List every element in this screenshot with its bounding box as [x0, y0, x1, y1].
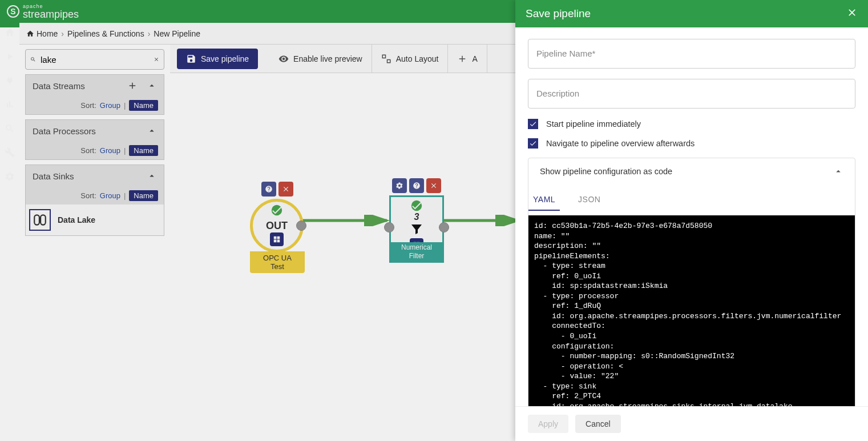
- check-start-immediately[interactable]: Start pipeline immediately: [528, 119, 855, 129]
- svg-rect-1: [41, 215, 46, 224]
- sort-group[interactable]: Group: [100, 146, 120, 155]
- port-in[interactable]: [384, 222, 394, 232]
- breadcrumb-current: New Pipeline: [154, 29, 200, 38]
- yaml-code[interactable]: id: cc530b1a-72b5-4e2b-97e3-e678a7d58050…: [528, 215, 855, 406]
- section-header-streams[interactable]: Data Streams: [26, 75, 164, 97]
- modal-footer: Apply Cancel: [515, 406, 868, 441]
- checkbox-icon[interactable]: [528, 138, 538, 149]
- sort-name[interactable]: Name: [129, 190, 158, 201]
- accordion-header[interactable]: Show pipeline configuration as code: [528, 158, 855, 185]
- auto-layout-button[interactable]: Auto Layout: [372, 45, 449, 73]
- check-navigate-overview[interactable]: Navigate to pipeline overview afterwards: [528, 138, 855, 149]
- section-title: Data Streams: [33, 81, 85, 91]
- palette: Data Streams Sort: Group | Name Data Pro…: [25, 49, 164, 236]
- tab-json[interactable]: JSON: [574, 189, 605, 211]
- sort-row: Sort: Group | Name: [26, 187, 164, 205]
- chart-icon[interactable]: [4, 99, 15, 110]
- section-header-sinks[interactable]: Data Sinks: [26, 165, 164, 187]
- help-button[interactable]: [409, 178, 424, 193]
- source-body[interactable]: OUT: [250, 199, 304, 252]
- section-sinks: Data Sinks Sort: Group | Name Data Lake: [25, 165, 164, 236]
- svg-rect-0: [34, 215, 39, 224]
- plus-icon: [457, 54, 467, 64]
- save-label: Save pipeline: [201, 54, 249, 63]
- eye-icon: [278, 54, 289, 64]
- cancel-button[interactable]: Cancel: [575, 415, 621, 433]
- section-processors: Data Processors Sort: Group | Name: [25, 119, 164, 160]
- delete-button[interactable]: [278, 182, 293, 197]
- sort-row: Sort: Group | Name: [26, 142, 164, 159]
- save-pipeline-button[interactable]: Save pipeline: [177, 49, 258, 69]
- funnel-icon: [410, 222, 423, 236]
- description-field[interactable]: [528, 79, 855, 109]
- proc-body[interactable]: 3 NumericalFilter: [389, 195, 444, 263]
- modal-header: Save pipeline: [515, 0, 868, 27]
- delete-button[interactable]: [426, 178, 441, 193]
- plus-icon[interactable]: [127, 81, 138, 91]
- close-button[interactable]: [846, 7, 858, 21]
- modal-body: Start pipeline immediately Navigate to p…: [515, 27, 868, 406]
- datalake-icon: [29, 209, 51, 231]
- home-icon[interactable]: [4, 27, 15, 38]
- description-input[interactable]: [536, 89, 847, 98]
- edge: [301, 215, 393, 226]
- code-tabs: YAML JSON: [528, 189, 855, 211]
- live-preview-button[interactable]: Enable live preview: [269, 45, 372, 73]
- sort-name[interactable]: Name: [129, 100, 158, 111]
- search-input[interactable]: [36, 55, 154, 65]
- plug-icon[interactable]: [4, 75, 15, 86]
- breadcrumb-pipelines[interactable]: Pipelines & Functions: [67, 29, 144, 38]
- chevron-up-icon[interactable]: [147, 81, 157, 91]
- wrench-icon[interactable]: [4, 147, 15, 158]
- port-out[interactable]: [439, 222, 449, 232]
- chevron-up-icon[interactable]: [147, 126, 157, 136]
- play-icon[interactable]: [4, 51, 15, 62]
- check-icon: [271, 204, 283, 217]
- settings-button[interactable]: [392, 178, 407, 193]
- gear-icon[interactable]: [4, 171, 15, 182]
- apply-button: Apply: [528, 415, 568, 433]
- port-out[interactable]: [296, 220, 306, 231]
- pipeline-name-field[interactable]: [528, 39, 855, 69]
- search-icon: [30, 54, 36, 65]
- section-header-processors[interactable]: Data Processors: [26, 120, 164, 142]
- check-icon: [410, 199, 423, 212]
- sort-name[interactable]: Name: [129, 145, 158, 156]
- sort-group[interactable]: Group: [100, 101, 120, 110]
- check-label: Navigate to pipeline overview afterwards: [546, 139, 695, 148]
- sort-label: Sort:: [80, 191, 96, 200]
- svg-rect-3: [387, 59, 390, 62]
- save-pipeline-modal: Save pipeline Start pipeline immediately…: [515, 0, 868, 441]
- svg-point-6: [272, 205, 282, 215]
- sort-group[interactable]: Group: [100, 191, 120, 200]
- help-button[interactable]: [261, 182, 276, 197]
- chevron-up-icon[interactable]: [147, 171, 157, 181]
- svg-rect-2: [382, 55, 385, 58]
- layout-icon: [381, 54, 391, 64]
- checkbox-icon[interactable]: [528, 119, 538, 129]
- preview-label: Enable live preview: [293, 54, 362, 63]
- badge-icon: [270, 232, 284, 246]
- save-icon: [186, 54, 196, 64]
- home-icon: [26, 30, 34, 38]
- clear-icon[interactable]: [154, 54, 159, 65]
- section-streams: Data Streams Sort: Group | Name: [25, 74, 164, 115]
- logo: S apache streampipes: [7, 4, 79, 19]
- node-source[interactable]: OUT OPC UA Test: [250, 182, 305, 273]
- breadcrumb-home[interactable]: Home: [37, 29, 58, 38]
- pipeline-name-input[interactable]: [536, 49, 847, 58]
- sort-label: Sort:: [80, 146, 96, 155]
- section-title: Data Processors: [33, 126, 96, 136]
- node-processor[interactable]: 3 NumericalFilter: [389, 178, 444, 263]
- section-title: Data Sinks: [33, 171, 74, 181]
- sink-item-datalake[interactable]: Data Lake: [26, 205, 164, 235]
- search-icon[interactable]: [4, 123, 15, 134]
- check-label: Start pipeline immediately: [546, 119, 641, 129]
- add-button[interactable]: A: [448, 45, 487, 73]
- auto-label: Auto Layout: [396, 54, 439, 63]
- edge: [444, 215, 524, 226]
- source-label: OPC UA Test: [250, 251, 305, 273]
- search-box[interactable]: [25, 49, 164, 70]
- tab-yaml[interactable]: YAML: [528, 189, 560, 211]
- sink-label: Data Lake: [58, 215, 95, 224]
